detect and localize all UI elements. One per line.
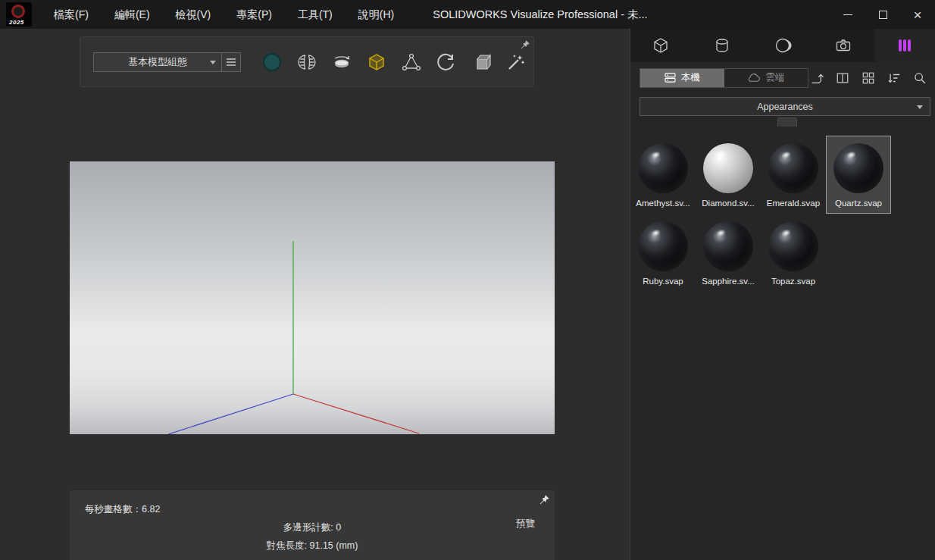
source-local-label: 本機 <box>681 71 700 84</box>
tab-cameras[interactable] <box>813 29 874 62</box>
window-controls: × <box>830 0 935 29</box>
material-item-topaz[interactable]: Topaz.svap <box>761 214 826 292</box>
material-label: Topaz.svap <box>771 277 815 286</box>
material-item-diamond[interactable]: Diamond.sv... <box>696 136 761 214</box>
library-category-label: Appearances <box>757 102 813 112</box>
material-item-sapphire[interactable]: Sapphire.sv... <box>696 214 761 292</box>
menu-file[interactable]: 檔案(F) <box>41 0 102 29</box>
material-item-amethyst[interactable]: Amethyst.sv... <box>630 136 696 214</box>
up-level-icon <box>810 71 824 85</box>
stats-pin-icon[interactable] <box>538 494 550 506</box>
material-item-ruby[interactable]: Ruby.svap <box>630 214 696 292</box>
material-label: Diamond.sv... <box>702 199 754 208</box>
material-thumbnail <box>768 221 818 271</box>
material-label: Amethyst.sv... <box>636 199 690 208</box>
camera-box-icon <box>471 52 491 72</box>
camera-box-button[interactable] <box>471 52 491 72</box>
turntable-button[interactable] <box>331 52 352 72</box>
environment-sphere-icon <box>774 36 792 55</box>
origin-triad <box>70 161 555 434</box>
configuration-dropdown[interactable]: 基本模型組態 <box>93 52 222 72</box>
material-item-quartz[interactable]: Quartz.svap <box>826 136 891 214</box>
chevron-down-icon <box>917 105 923 109</box>
material-thumbnail <box>638 221 688 271</box>
menu-help[interactable]: 說明(H) <box>346 0 407 29</box>
grid-icon <box>862 71 875 85</box>
source-cloud-button[interactable]: 雲端 <box>724 69 808 87</box>
material-thumbnail <box>833 143 883 193</box>
camera-icon <box>834 36 852 55</box>
logo-year: 2025 <box>9 19 24 26</box>
maximize-icon <box>879 11 887 19</box>
viewport-3d[interactable] <box>70 161 555 434</box>
hamburger-icon <box>226 58 236 67</box>
polygon-count: 多邊形計數: 0 <box>70 521 555 534</box>
source-local-button[interactable]: 本機 <box>640 69 724 87</box>
library-view-tools <box>808 70 928 86</box>
focal-length: 對焦長度: 91.15 (mm) <box>70 540 555 552</box>
library-bars-icon <box>896 36 914 55</box>
palette-panel: 本機 雲端 <box>630 29 935 560</box>
scene-bounds-box-icon <box>367 52 386 72</box>
panel-resize-handle[interactable] <box>777 117 797 127</box>
split-model-button[interactable] <box>296 52 317 72</box>
titlebar: 2025 檔案(F) 編輯(E) 檢視(V) 專案(P) 工具(T) 說明(H)… <box>0 0 935 29</box>
logo-ring <box>11 5 25 18</box>
cylinder-icon <box>713 36 731 55</box>
tab-environments[interactable] <box>752 29 813 62</box>
search-button[interactable] <box>912 70 928 86</box>
material-label: Ruby.svap <box>643 277 683 286</box>
up-level-button[interactable] <box>808 70 825 86</box>
menu-view[interactable]: 檢視(V) <box>163 0 224 29</box>
pivot-triad-icon <box>402 52 421 72</box>
library-category-dropdown[interactable]: Appearances <box>639 97 930 116</box>
view-columns-button[interactable] <box>834 70 851 86</box>
library-filter-row: 本機 雲端 <box>639 67 928 88</box>
cube-icon <box>652 36 670 55</box>
render-stats-panel: 每秒畫格數：6.82 預覽 多邊形計數: 0 對焦長度: 91.15 (mm) <box>70 490 555 560</box>
material-thumbnail <box>703 221 753 271</box>
configuration-dropdown-label: 基本模型組態 <box>128 55 187 69</box>
split-halves-icon <box>298 53 316 71</box>
close-button[interactable]: × <box>900 0 935 29</box>
sort-icon <box>887 71 901 85</box>
fps-value: 每秒畫格數：6.82 <box>85 503 160 516</box>
app-logo-icon[interactable]: 2025 <box>6 2 32 27</box>
tab-models[interactable] <box>630 29 691 62</box>
magic-wand-icon <box>506 52 526 72</box>
source-cloud-label: 雲端 <box>765 71 784 84</box>
menu-project[interactable]: 專案(P) <box>224 0 285 29</box>
pivot-triad-button[interactable] <box>401 52 421 72</box>
main-toolbar: 基本模型組態 <box>80 36 534 87</box>
rotate-button[interactable] <box>436 52 456 72</box>
material-item-emerald[interactable]: Emerald.svap <box>761 136 826 214</box>
magic-wand-button[interactable] <box>505 52 526 72</box>
render-mode-circle-icon <box>262 52 282 72</box>
configuration-menu-button[interactable] <box>222 52 241 72</box>
render-mode-button[interactable] <box>261 52 282 72</box>
material-thumbnail <box>703 143 753 193</box>
columns-icon <box>836 71 849 85</box>
scene-bounds-button[interactable] <box>366 52 386 72</box>
source-toggle: 本機 雲端 <box>639 68 808 88</box>
toolbar-pin-icon[interactable] <box>519 39 530 51</box>
material-label: Quartz.svap <box>835 199 882 208</box>
material-thumbnail <box>768 143 818 193</box>
minimize-icon <box>843 14 852 15</box>
close-icon: × <box>913 8 921 22</box>
menu-tools[interactable]: 工具(T) <box>285 0 346 29</box>
tab-appearances[interactable] <box>691 29 752 62</box>
material-label: Sapphire.sv... <box>702 277 754 286</box>
tab-library[interactable] <box>874 29 935 62</box>
chevron-down-icon <box>210 61 216 64</box>
turntable-icon <box>332 53 352 71</box>
palette-tabs <box>630 29 935 62</box>
menu-edit[interactable]: 編輯(E) <box>102 0 163 29</box>
maximize-button[interactable] <box>865 0 900 29</box>
sort-button[interactable] <box>886 70 902 86</box>
view-grid-button[interactable] <box>860 70 877 86</box>
server-icon <box>665 73 676 83</box>
cloud-icon <box>747 74 760 83</box>
search-icon <box>913 71 927 85</box>
minimize-button[interactable] <box>830 0 865 29</box>
